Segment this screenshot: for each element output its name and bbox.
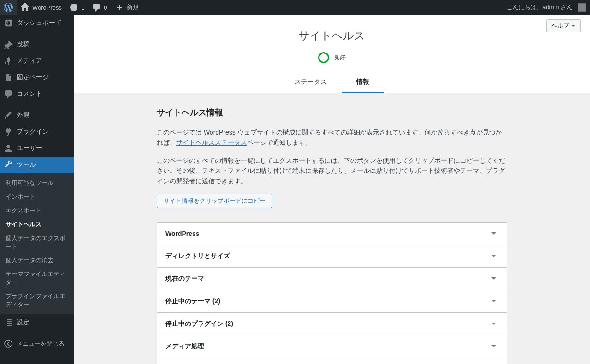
accordion-label: 停止中のプラグイン (2) (165, 320, 233, 328)
caret-down-icon (571, 23, 576, 28)
sidebar-label: メディア (17, 57, 42, 65)
section-heading: サイトヘルス情報 (157, 107, 507, 118)
collapse-icon (4, 339, 13, 348)
accordion-label: 現在のテーマ (165, 275, 204, 283)
menu-separator (0, 331, 74, 335)
sidebar-item-users[interactable]: ユーザー (0, 140, 74, 157)
sidebar-label: ダッシュボード (17, 19, 62, 27)
description-1: このページでは WordPress ウェブサイトの構成に関するすべての詳細が表示… (157, 127, 507, 148)
sidebar-item-settings[interactable]: 設定 (0, 314, 74, 331)
sidebar-label: ツール (17, 161, 36, 169)
copy-clipboard-button[interactable]: サイト情報をクリップボードにコピー (157, 194, 272, 208)
dashboard-icon (4, 18, 13, 28)
main-content: ヘルプ サイトヘルス 良好 ステータス 情報 サイトヘルス情報 このページでは … (74, 15, 590, 364)
submenu-erase-personal[interactable]: 個人データの消去 (0, 253, 74, 267)
new-label: 新規 (127, 3, 139, 12)
health-status: 良好 (74, 52, 590, 63)
brush-icon (4, 111, 13, 120)
accordion-label: WordPress (165, 230, 200, 237)
sidebar-item-plugins[interactable]: プラグイン (0, 123, 74, 140)
menu-separator (0, 102, 74, 107)
sidebar-item-comments[interactable]: コメント (0, 86, 74, 102)
info-accordion: WordPress ディレクトリとサイズ 現在のテーマ 停止中のテーマ (2) … (157, 222, 507, 364)
collapse-label: メニューを閉じる (17, 340, 65, 348)
description-2: このページのすべての情報を一覧にしてエクスポートするには、下のボタンを使用してク… (157, 155, 507, 186)
help-button[interactable]: ヘルプ (546, 19, 581, 32)
accordion-label: 停止中のテーマ (2) (165, 297, 220, 305)
sidebar-label: 投稿 (17, 40, 30, 48)
site-health-status-link[interactable]: サイトヘルスステータス (176, 139, 247, 146)
admin-toolbar: WordPress 1 0 新規 こんにちは、admin さん (0, 0, 590, 15)
site-name-link[interactable]: WordPress (17, 0, 65, 15)
sidebar-label: コメント (17, 90, 42, 98)
health-circle-icon (318, 52, 329, 63)
accordion-server[interactable]: サーバー (157, 358, 507, 364)
page-header: ヘルプ サイトヘルス 良好 ステータス 情報 (74, 15, 590, 93)
submenu-export[interactable]: エクスポート (0, 204, 74, 217)
chevron-down-icon (489, 274, 498, 283)
accordion-wordpress[interactable]: WordPress (157, 223, 507, 245)
wordpress-icon (4, 3, 13, 12)
page-icon (4, 73, 13, 82)
toolbar-left: WordPress 1 0 新規 (0, 0, 142, 15)
help-label: ヘルプ (551, 22, 569, 30)
page-title: サイトヘルス (74, 15, 590, 52)
toolbar-right: こんにちは、admin さん (503, 0, 590, 15)
updates-link[interactable]: 1 (65, 0, 88, 15)
tab-status[interactable]: ステータス (280, 72, 342, 93)
sidebar-item-appearance[interactable]: 外観 (0, 107, 74, 123)
comments-link[interactable]: 0 (88, 0, 111, 15)
sidebar-label: 外観 (17, 111, 30, 119)
accordion-label: ディレクトリとサイズ (165, 252, 230, 260)
plugin-icon (4, 127, 13, 136)
site-name-text: WordPress (32, 4, 62, 11)
collapse-menu-button[interactable]: メニューを閉じる (0, 335, 74, 352)
submenu-export-personal[interactable]: 個人データのエクスポート (0, 231, 74, 253)
desc1-text-b: ページで通知します。 (247, 139, 312, 146)
comment-icon (4, 89, 13, 99)
sidebar-label: 設定 (17, 318, 30, 327)
submenu-available-tools[interactable]: 利用可能なツール (0, 176, 74, 190)
chevron-down-icon (489, 252, 498, 261)
sidebar-item-posts[interactable]: 投稿 (0, 36, 74, 53)
accordion-label: メディア処理 (165, 342, 204, 351)
sidebar-item-media[interactable]: メディア (0, 53, 74, 69)
user-icon (4, 144, 13, 153)
svg-point-0 (5, 340, 12, 347)
chevron-down-icon (489, 229, 498, 238)
avatar (578, 3, 586, 12)
wp-logo[interactable] (0, 0, 17, 15)
menu-separator (0, 31, 74, 36)
home-icon (20, 3, 30, 12)
submenu-plugin-editor[interactable]: プラグインファイルエディター (0, 289, 74, 311)
pin-icon (4, 40, 13, 49)
accordion-active-theme[interactable]: 現在のテーマ (157, 268, 507, 290)
tab-info[interactable]: 情報 (342, 72, 384, 93)
admin-sidebar: ダッシュボード 投稿 メディア 固定ページ コメント 外観 プラグイン ユーザー… (0, 15, 74, 364)
sidebar-label: 固定ページ (17, 73, 49, 82)
new-content-link[interactable]: 新規 (111, 0, 142, 15)
comment-icon (92, 3, 101, 12)
sidebar-item-tools[interactable]: ツール (0, 157, 74, 173)
submenu-theme-editor[interactable]: テーマファイルエディター (0, 267, 74, 289)
accordion-directories[interactable]: ディレクトリとサイズ (157, 245, 507, 268)
chevron-down-icon (489, 297, 498, 306)
media-icon (4, 56, 13, 65)
plus-icon (115, 3, 124, 12)
chevron-down-icon (489, 319, 498, 329)
settings-icon (4, 318, 13, 327)
health-status-text: 良好 (334, 53, 346, 62)
tools-icon (4, 160, 13, 170)
sidebar-item-pages[interactable]: 固定ページ (0, 69, 74, 86)
chevron-down-icon (489, 342, 498, 351)
update-icon (69, 3, 78, 12)
sidebar-item-dashboard[interactable]: ダッシュボード (0, 15, 74, 31)
accordion-inactive-plugins[interactable]: 停止中のプラグイン (2) (157, 313, 507, 335)
tools-submenu: 利用可能なツール インポート エクスポート サイトヘルス 個人データのエクスポー… (0, 173, 74, 314)
user-greeting[interactable]: こんにちは、admin さん (503, 0, 590, 15)
comments-count: 0 (104, 4, 107, 11)
accordion-inactive-themes[interactable]: 停止中のテーマ (2) (157, 290, 507, 313)
accordion-media-handling[interactable]: メディア処理 (157, 335, 507, 358)
submenu-site-health[interactable]: サイトヘルス (0, 217, 74, 231)
submenu-import[interactable]: インポート (0, 190, 74, 204)
